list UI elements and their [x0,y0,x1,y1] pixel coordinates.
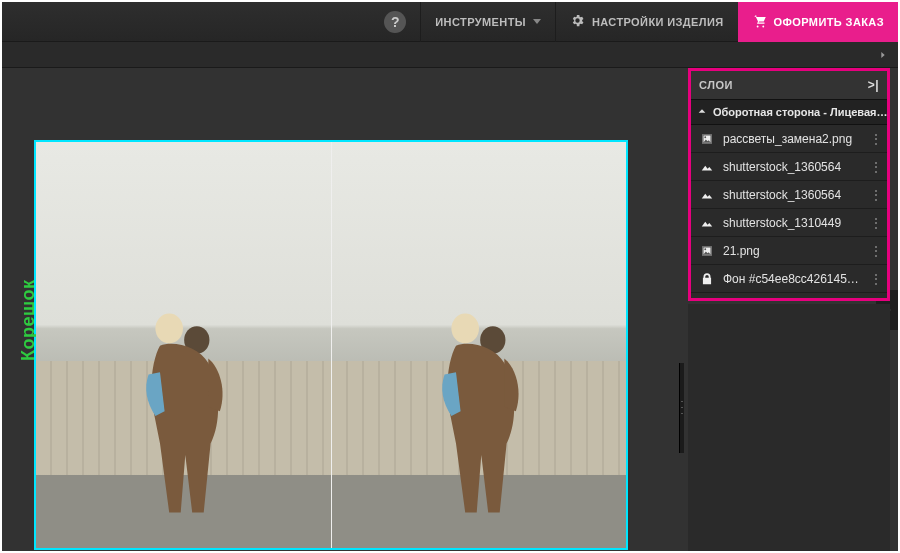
lock-icon [699,271,715,287]
layer-options-icon[interactable]: ⋮ [869,243,881,259]
layer-options-icon[interactable]: ⋮ [869,159,881,175]
svg-point-2 [451,313,479,343]
layers-panel: СЛОИ >| Оборотная сторона - Лицевая… рас… [688,68,890,301]
panel-filler [688,304,890,551]
image-icon [699,215,715,231]
layer-name: 21.png [723,244,861,258]
svg-point-5 [704,248,706,250]
couple-silhouette [409,294,549,524]
layers-page-name: Оборотная сторона - Лицевая… [713,106,887,118]
layers-list: рассветы_замена2.png⋮shutterstock_136056… [691,125,887,293]
layer-name: shutterstock_1360564 [723,160,861,174]
gear-icon [570,13,585,30]
layer-row[interactable]: shutterstock_1310449⋮ [691,209,887,237]
layers-panel-header: СЛОИ >| [691,71,887,99]
topbar: ? ИНСТРУМЕНТЫ НАСТРОЙКИ ИЗДЕЛИЯ ОФОРМИТЬ… [2,2,898,42]
layer-options-icon[interactable]: ⋮ [869,215,881,231]
layer-row[interactable]: 21.png⋮ [691,237,887,265]
layer-name: рассветы_замена2.png [723,132,861,146]
checkout-button[interactable]: ОФОРМИТЬ ЗАКАЗ [738,2,898,42]
layer-name: shutterstock_1310449 [723,216,861,230]
layer-row[interactable]: рассветы_замена2.png⋮ [691,125,887,153]
page-right[interactable]: Линия загиба [332,142,627,548]
settings-button[interactable]: НАСТРОЙКИ ИЗДЕЛИЯ [555,2,738,42]
page-left[interactable] [36,142,332,548]
main-area: + Корешок Линия загиба [2,68,898,551]
help-icon[interactable]: ? [384,11,406,33]
layer-name: Фон #c54ee8cc426145fbad… [723,272,861,286]
layer-row[interactable]: shutterstock_1360564⋮ [691,153,887,181]
layers-title: СЛОИ [699,79,733,91]
chevron-right-icon[interactable] [874,46,892,64]
settings-label: НАСТРОЙКИ ИЗДЕЛИЯ [592,16,724,28]
layer-options-icon[interactable]: ⋮ [869,187,881,203]
photo-icon [699,131,715,147]
layer-row[interactable]: Фон #c54ee8cc426145fbad…⋮ [691,265,887,293]
checkout-label: ОФОРМИТЬ ЗАКАЗ [774,16,884,28]
chevron-down-icon [533,19,541,24]
panel-collapse-icon[interactable]: >| [868,78,879,92]
photo-icon [699,243,715,259]
secondary-bar [2,42,898,68]
cart-icon [752,13,767,30]
spread-canvas[interactable]: Корешок Линия загиба [34,140,628,550]
svg-point-4 [704,136,706,138]
image-icon [699,159,715,175]
layer-name: shutterstock_1360564 [723,188,861,202]
image-icon [699,187,715,203]
couple-silhouette [113,294,253,524]
svg-point-0 [156,313,184,343]
layer-row[interactable]: shutterstock_1360564⋮ [691,181,887,209]
tools-label: ИНСТРУМЕНТЫ [435,16,526,28]
layer-options-icon[interactable]: ⋮ [869,131,881,147]
app-root: ? ИНСТРУМЕНТЫ НАСТРОЙКИ ИЗДЕЛИЯ ОФОРМИТЬ… [2,2,898,551]
chevron-up-icon [697,106,707,118]
layer-options-icon[interactable]: ⋮ [869,271,881,287]
layers-page-row[interactable]: Оборотная сторона - Лицевая… [691,99,887,125]
panel-resize-handle[interactable] [679,363,684,453]
tools-menu[interactable]: ИНСТРУМЕНТЫ [420,2,555,42]
